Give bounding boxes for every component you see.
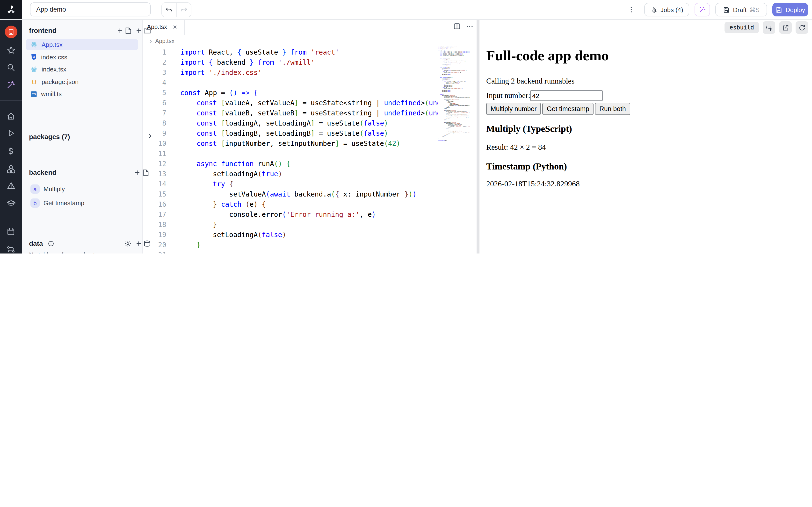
backend-section-title: backend <box>29 169 57 176</box>
svg-text:{}: {} <box>32 79 37 84</box>
braces-file-icon: {} <box>31 78 38 86</box>
line-number: 9 <box>142 128 166 138</box>
line-number: 10 <box>142 138 166 149</box>
code-line: 11 <box>142 149 471 159</box>
line-number: 6 <box>142 98 166 108</box>
number-input[interactable] <box>530 90 603 101</box>
external-link-icon <box>782 24 789 31</box>
app-title-input[interactable]: App demo <box>30 2 151 16</box>
rail-cubes-button[interactable] <box>0 162 22 176</box>
code-line: 19 setLoadingA(false) <box>142 230 471 240</box>
add-file-button[interactable] <box>117 27 132 34</box>
preview-button-row: Multiply numberGet timestampRun both <box>486 103 630 115</box>
rail-workspace-building-button[interactable] <box>0 24 22 39</box>
breadcrumb[interactable]: App.tsx <box>148 38 174 44</box>
windmill-logo[interactable] <box>0 0 22 19</box>
workspace-badge <box>5 25 17 38</box>
rail-dollar-button[interactable] <box>0 144 22 158</box>
rail-star-button[interactable] <box>0 43 22 57</box>
deploy-button[interactable]: Deploy <box>772 3 808 16</box>
runnable-badge: b <box>31 199 40 208</box>
redo-button[interactable] <box>176 3 191 17</box>
code-line: 18 } <box>142 220 471 230</box>
file-name: package.json <box>42 78 79 86</box>
code-line: 2import { backend } from './wmill' <box>142 57 471 68</box>
split-editor-button[interactable] <box>453 22 461 31</box>
result-value: 2026-02-18T15:24:32.829968 <box>486 180 580 188</box>
close-tab-icon[interactable] <box>172 24 177 30</box>
code-area[interactable]: 1import React, { useState } from 'react'… <box>142 47 471 253</box>
frontend-section-actions <box>117 27 151 34</box>
result-value: Result: 42 × 2 = 84 <box>486 143 546 152</box>
line-number: 21 <box>142 250 166 253</box>
app-button-get-timestamp[interactable]: Get timestamp <box>543 103 594 115</box>
rail-magic-wand-button[interactable] <box>0 77 22 92</box>
chevron-right-icon <box>146 133 153 139</box>
more-options-button[interactable] <box>625 4 637 15</box>
file-item-app-tsx[interactable]: App.tsx <box>26 39 138 50</box>
rail-route-button[interactable] <box>0 242 22 253</box>
backend-runnable-a[interactable]: aMultiply <box>26 183 138 194</box>
code-line: 20 } <box>142 240 471 250</box>
draft-save-button[interactable]: Draft ⌘S <box>715 3 767 16</box>
file-name: wmill.ts <box>41 91 62 98</box>
data-empty-text: No tables referenced yet <box>29 251 95 253</box>
rail-divider <box>0 101 22 101</box>
app-preview-panel: esbuild Full-code app demo Calling 2 bac… <box>479 19 812 253</box>
panel-divider[interactable] <box>476 19 479 253</box>
rail-play-button[interactable] <box>0 126 22 140</box>
data-section-title: data <box>29 239 54 247</box>
file-item-wmill-ts[interactable]: TSwmill.ts <box>26 89 138 100</box>
code-line: 3import './index.css' <box>142 68 471 78</box>
css3-file-icon: 3 <box>31 54 37 60</box>
code-line: 21 <box>142 250 471 253</box>
undo-redo-group <box>161 2 191 17</box>
magic-wand-icon <box>698 6 706 13</box>
ts-file-icon: TS <box>31 91 37 98</box>
app-button-run-both[interactable]: Run both <box>595 103 630 115</box>
editor-scrollbar[interactable] <box>471 35 476 253</box>
preview-subtitle: Calling 2 backend runnables <box>486 77 574 86</box>
backend-runnable-b[interactable]: bGet timestamp <box>26 198 138 209</box>
rail-calendar-button[interactable] <box>0 224 22 238</box>
code-line: 8 const [loadingA, setLoadingA] = useSta… <box>142 118 471 128</box>
dollar-icon <box>6 147 15 156</box>
editor-minimap[interactable]: import React, { useState } from 'react'i… <box>438 46 470 162</box>
cubes-icon <box>6 164 16 174</box>
input-number-label: Input number: <box>486 91 530 100</box>
select-cursor-icon <box>765 24 773 31</box>
data-settings-button[interactable] <box>124 240 132 247</box>
star-icon <box>6 45 16 55</box>
rail-prism-button[interactable] <box>0 179 22 193</box>
line-number: 8 <box>142 118 166 128</box>
add-table-button[interactable] <box>136 240 151 247</box>
packages-expand-button[interactable] <box>146 133 153 139</box>
svg-text:3: 3 <box>33 55 35 59</box>
open-external-button[interactable] <box>779 21 792 34</box>
rail-graduation-cap-button[interactable] <box>0 196 22 211</box>
jobs-button[interactable]: Jobs (4) <box>644 3 689 16</box>
refresh-preview-button[interactable] <box>796 21 808 34</box>
breadcrumb-file: App.tsx <box>155 38 174 44</box>
editor-more-button[interactable] <box>466 22 474 30</box>
ai-assistant-button[interactable] <box>695 3 710 16</box>
undo-button[interactable] <box>162 3 176 17</box>
rail-search-button[interactable] <box>0 60 22 74</box>
line-number: 14 <box>142 179 166 189</box>
undo-icon <box>165 6 173 14</box>
info-icon <box>48 240 54 247</box>
code-line: 13 setLoadingA(true) <box>142 169 471 179</box>
rail-home-button[interactable] <box>0 109 22 123</box>
file-item-index-tsx[interactable]: index.tsx <box>26 64 138 75</box>
esbuild-badge[interactable]: esbuild <box>725 22 759 33</box>
add-folder-button[interactable] <box>136 27 151 34</box>
react-file-icon <box>31 41 38 48</box>
app-button-multiply-number[interactable]: Multiply number <box>486 103 541 115</box>
inspect-element-button[interactable] <box>763 21 775 34</box>
line-number: 18 <box>142 220 166 230</box>
backend-add-runnable-button[interactable] <box>135 169 149 176</box>
file-item-package-json[interactable]: {}package.json <box>26 76 138 88</box>
line-number: 11 <box>142 149 166 159</box>
magic-wand-icon <box>6 80 15 89</box>
file-item-index-css[interactable]: 3index.css <box>26 51 138 62</box>
